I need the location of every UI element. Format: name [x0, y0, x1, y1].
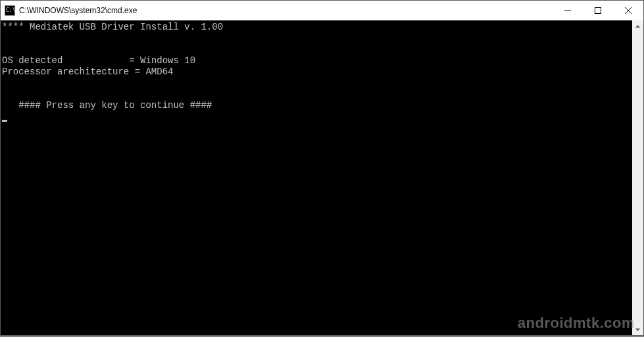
svg-rect-4: [595, 8, 601, 14]
svg-text:C:\: C:\: [6, 7, 15, 13]
cmd-icon: C:\: [5, 5, 15, 16]
terminal-line: #### Press any key to continue ####: [2, 100, 212, 111]
cmd-window: C:\ C:\WINDOWS\system32\cmd.exe **** Med…: [0, 0, 644, 336]
scroll-down-button[interactable]: [632, 324, 643, 335]
maximize-button[interactable]: [583, 1, 613, 20]
terminal-line: OS detected = Windows 10: [2, 55, 195, 66]
scroll-track[interactable]: [632, 32, 643, 324]
terminal-output[interactable]: **** Mediatek USB Driver Install v. 1.00…: [1, 20, 632, 335]
terminal-line: **** Mediatek USB Driver Install v. 1.00: [2, 22, 223, 32]
minimize-button[interactable]: [553, 1, 583, 20]
svg-marker-7: [635, 25, 640, 28]
close-button[interactable]: [613, 1, 643, 20]
terminal-line: Processor arechitecture = AMD64: [2, 66, 173, 77]
window-title: C:\WINDOWS\system32\cmd.exe: [19, 6, 553, 15]
text-cursor: [2, 120, 7, 122]
titlebar[interactable]: C:\ C:\WINDOWS\system32\cmd.exe: [1, 1, 643, 20]
window-controls: [553, 1, 643, 20]
vertical-scrollbar[interactable]: [632, 20, 643, 335]
scroll-up-button[interactable]: [632, 20, 643, 32]
svg-marker-8: [635, 328, 640, 331]
client-area: **** Mediatek USB Driver Install v. 1.00…: [1, 20, 643, 335]
